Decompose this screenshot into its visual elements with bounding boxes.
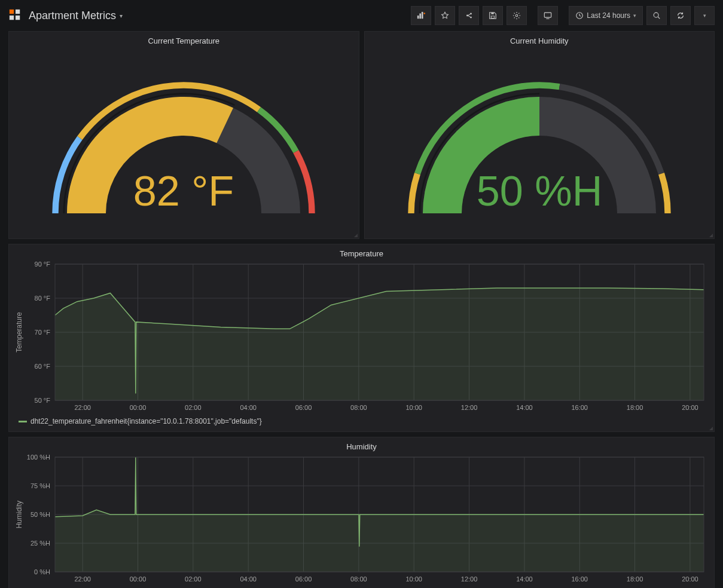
gauge-temperature: 82 °F xyxy=(9,48,359,238)
panel-current-humidity[interactable]: Current Humidity 50 %H xyxy=(364,31,715,239)
svg-text:22:00: 22:00 xyxy=(74,575,91,583)
svg-text:08:00: 08:00 xyxy=(350,404,367,411)
svg-text:0 %H: 0 %H xyxy=(34,568,50,575)
svg-text:90 °F: 90 °F xyxy=(35,261,51,268)
svg-text:14:00: 14:00 xyxy=(516,575,533,583)
svg-text:100 %H: 100 %H xyxy=(27,454,50,461)
settings-button[interactable] xyxy=(507,6,527,25)
svg-text:18:00: 18:00 xyxy=(627,575,643,583)
svg-text:70 °F: 70 °F xyxy=(35,329,51,336)
resize-handle-icon[interactable] xyxy=(708,232,713,237)
svg-text:80 °F: 80 °F xyxy=(35,295,51,302)
svg-rect-5 xyxy=(420,14,422,19)
svg-point-9 xyxy=(470,17,472,19)
svg-text:02:00: 02:00 xyxy=(185,404,202,411)
temperature-line-chart: 50 °F60 °F70 °F80 °F90 °F22:0000:0002:00… xyxy=(13,261,710,414)
panel-temperature-chart[interactable]: Temperature 50 °F60 °F70 °F80 °F90 °F22:… xyxy=(8,244,715,432)
svg-text:10:00: 10:00 xyxy=(405,575,422,583)
svg-rect-1 xyxy=(16,9,20,13)
dashboard-title[interactable]: Apartment Metrics ▾ xyxy=(29,10,123,22)
svg-rect-6 xyxy=(422,12,423,19)
svg-rect-10 xyxy=(492,16,495,19)
panel-current-temperature[interactable]: Current Temperature 82 °F xyxy=(8,31,359,239)
panel-humidity-chart[interactable]: Humidity 0 %H25 %H50 %H75 %H100 %H22:000… xyxy=(8,437,715,588)
svg-text:50 %H: 50 %H xyxy=(476,167,602,215)
panel-title: Temperature xyxy=(9,244,714,261)
star-button[interactable] xyxy=(435,6,455,25)
humidity-line-chart: 0 %H25 %H50 %H75 %H100 %H22:0000:0002:00… xyxy=(13,454,710,585)
caret-down-icon: ▾ xyxy=(703,13,706,19)
panel-title: Humidity xyxy=(9,437,714,454)
svg-text:82 °F: 82 °F xyxy=(133,167,234,215)
caret-down-icon: ▾ xyxy=(633,13,636,19)
svg-text:06:00: 06:00 xyxy=(295,404,312,411)
legend-label[interactable]: dht22_temperature_fahrenheit{instance="1… xyxy=(30,417,262,425)
svg-point-8 xyxy=(470,13,472,15)
svg-rect-0 xyxy=(10,9,14,13)
svg-text:12:00: 12:00 xyxy=(461,404,478,411)
svg-text:10:00: 10:00 xyxy=(405,404,422,411)
svg-rect-2 xyxy=(10,15,14,19)
svg-text:60 °F: 60 °F xyxy=(35,363,51,370)
gauge-humidity: 50 %H xyxy=(365,48,715,238)
svg-text:04:00: 04:00 xyxy=(240,404,257,411)
svg-rect-3 xyxy=(16,15,20,19)
svg-point-7 xyxy=(466,15,468,17)
refresh-dropdown-button[interactable]: ▾ xyxy=(694,6,715,25)
caret-down-icon: ▾ xyxy=(120,13,123,19)
resize-handle-icon[interactable] xyxy=(353,232,358,237)
tv-button[interactable] xyxy=(538,6,558,25)
svg-text:Temperature: Temperature xyxy=(15,312,23,353)
svg-point-15 xyxy=(654,13,658,17)
refresh-button[interactable] xyxy=(670,6,691,25)
panel-title: Current Humidity xyxy=(365,32,715,48)
svg-text:00:00: 00:00 xyxy=(130,575,147,583)
legend-swatch xyxy=(19,421,27,422)
svg-point-12 xyxy=(516,14,518,17)
svg-text:50 %H: 50 %H xyxy=(30,511,50,518)
svg-text:18:00: 18:00 xyxy=(627,404,643,411)
svg-rect-11 xyxy=(492,13,494,14)
svg-text:20:00: 20:00 xyxy=(682,575,698,583)
svg-text:06:00: 06:00 xyxy=(295,575,312,583)
svg-text:12:00: 12:00 xyxy=(461,575,478,583)
zoom-out-button[interactable] xyxy=(646,6,667,25)
svg-text:08:00: 08:00 xyxy=(350,575,367,583)
svg-text:Humidity: Humidity xyxy=(15,501,23,529)
save-button[interactable] xyxy=(483,6,503,25)
svg-text:50 °F: 50 °F xyxy=(35,397,51,404)
svg-rect-4 xyxy=(417,16,419,19)
svg-text:16:00: 16:00 xyxy=(571,575,588,583)
svg-text:16:00: 16:00 xyxy=(571,404,588,411)
svg-text:14:00: 14:00 xyxy=(516,404,533,411)
topbar: Apartment Metrics ▾ Last 24 hours ▾ ▾ xyxy=(0,0,723,31)
svg-text:25 %H: 25 %H xyxy=(30,540,50,547)
time-range-label: Last 24 hours xyxy=(587,11,630,20)
dashboard-title-text: Apartment Metrics xyxy=(29,10,116,22)
svg-rect-13 xyxy=(545,13,551,17)
svg-text:22:00: 22:00 xyxy=(74,404,91,411)
resize-handle-icon[interactable] xyxy=(708,425,713,430)
svg-text:00:00: 00:00 xyxy=(130,404,147,411)
svg-text:75 %H: 75 %H xyxy=(30,482,50,489)
add-panel-button[interactable] xyxy=(411,6,431,25)
panel-title: Current Temperature xyxy=(9,32,359,48)
dashboards-icon[interactable] xyxy=(8,8,22,23)
svg-text:02:00: 02:00 xyxy=(185,575,202,583)
svg-text:04:00: 04:00 xyxy=(240,575,257,583)
time-range-button[interactable]: Last 24 hours ▾ xyxy=(569,6,643,25)
share-button[interactable] xyxy=(459,6,479,25)
svg-text:20:00: 20:00 xyxy=(682,404,698,411)
